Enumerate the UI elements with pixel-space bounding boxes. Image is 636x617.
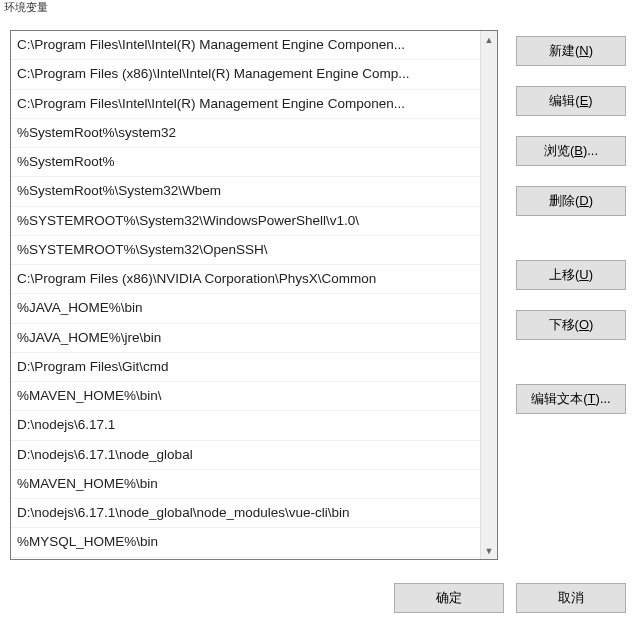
- side-button-panel: 新建(N) 编辑(E) 浏览(B)... 删除(D) 上移(U) 下移(O) 编…: [516, 30, 626, 560]
- path-list-row[interactable]: D:\nodejs\6.17.1\node_global: [11, 441, 480, 470]
- scrollbar[interactable]: ▲ ▼: [480, 31, 497, 559]
- new-button[interactable]: 新建(N): [516, 36, 626, 66]
- path-list-row[interactable]: C:\Program Files (x86)\Intel\Intel(R) Ma…: [11, 60, 480, 89]
- path-list-row[interactable]: D:\Program Files\typora\Typora: [11, 558, 480, 560]
- path-list-row[interactable]: C:\Program Files (x86)\NVIDIA Corporatio…: [11, 265, 480, 294]
- content-area: C:\Program Files\Intel\Intel(R) Manageme…: [0, 20, 636, 560]
- path-list-row[interactable]: %SYSTEMROOT%\System32\WindowsPowerShell\…: [11, 207, 480, 236]
- edit-button[interactable]: 编辑(E): [516, 86, 626, 116]
- move-up-button[interactable]: 上移(U): [516, 260, 626, 290]
- browse-button[interactable]: 浏览(B)...: [516, 136, 626, 166]
- delete-button[interactable]: 删除(D): [516, 186, 626, 216]
- path-list-row[interactable]: %MAVEN_HOME%\bin\: [11, 382, 480, 411]
- path-list-container: C:\Program Files\Intel\Intel(R) Manageme…: [10, 30, 498, 560]
- cancel-button[interactable]: 取消: [516, 583, 626, 613]
- path-list-row[interactable]: %SYSTEMROOT%\System32\OpenSSH\: [11, 236, 480, 265]
- path-list-row[interactable]: D:\nodejs\6.17.1\node_global\node_module…: [11, 499, 480, 528]
- path-list-row[interactable]: %SystemRoot%\system32: [11, 119, 480, 148]
- path-list-row[interactable]: D:\nodejs\6.17.1: [11, 411, 480, 440]
- path-list-row[interactable]: %MYSQL_HOME%\bin: [11, 528, 480, 557]
- scroll-down-icon[interactable]: ▼: [481, 542, 497, 559]
- path-list-row[interactable]: %JAVA_HOME%\jre\bin: [11, 324, 480, 353]
- footer-buttons: 确定 取消: [0, 575, 636, 617]
- ok-button[interactable]: 确定: [394, 583, 504, 613]
- path-list-row[interactable]: %SystemRoot%\System32\Wbem: [11, 177, 480, 206]
- path-list-row[interactable]: %JAVA_HOME%\bin: [11, 294, 480, 323]
- path-list-row[interactable]: D:\Program Files\Git\cmd: [11, 353, 480, 382]
- path-list-row[interactable]: C:\Program Files\Intel\Intel(R) Manageme…: [11, 31, 480, 60]
- scroll-up-icon[interactable]: ▲: [481, 31, 497, 48]
- edit-text-button[interactable]: 编辑文本(T)...: [516, 384, 626, 414]
- title-bar: 环境变量: [0, 0, 636, 20]
- move-down-button[interactable]: 下移(O): [516, 310, 626, 340]
- path-list-row[interactable]: C:\Program Files\Intel\Intel(R) Manageme…: [11, 90, 480, 119]
- path-list-row[interactable]: %MAVEN_HOME%\bin: [11, 470, 480, 499]
- path-list[interactable]: C:\Program Files\Intel\Intel(R) Manageme…: [11, 31, 480, 559]
- path-list-row[interactable]: %SystemRoot%: [11, 148, 480, 177]
- title-fragment: 环境变量: [4, 1, 48, 13]
